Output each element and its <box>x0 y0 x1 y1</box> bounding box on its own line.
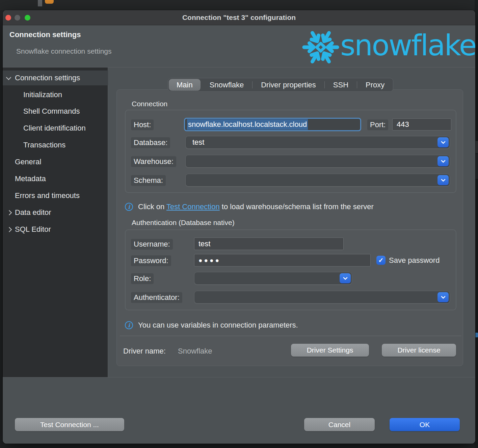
snowflake-wordmark-text: snowflake <box>340 28 475 62</box>
variables-note-text: You can use variables in connection para… <box>138 321 298 330</box>
role-combo[interactable] <box>194 272 352 285</box>
authenticator-combo[interactable] <box>194 291 450 304</box>
test-connection-link[interactable]: Test Connection <box>166 202 220 211</box>
chevron-down-icon <box>6 75 11 80</box>
window-title: Connection "test 3" configuration <box>3 13 475 22</box>
sidebar-item-transactions[interactable]: Transactions <box>3 138 108 152</box>
tab-proxy[interactable]: Proxy <box>357 78 393 91</box>
footer-divider <box>3 377 475 377</box>
role-dropdown-button[interactable] <box>340 273 351 283</box>
snowflake-logo-icon <box>300 27 341 69</box>
sidebar-item-shell-commands[interactable]: Shell Commands <box>3 104 108 119</box>
save-password-label: Save password <box>389 256 440 265</box>
save-password-checkbox[interactable]: ✓ <box>376 256 386 265</box>
driver-name-label: Driver name: <box>123 347 166 356</box>
connection-configuration-dialog: Connection "test 3" configuration Connec… <box>3 10 475 444</box>
connection-group-title: Connection <box>132 100 167 108</box>
sidebar-item-label: Errors and timeouts <box>15 191 80 200</box>
role-label: Role: <box>131 273 154 284</box>
chevron-down-icon <box>441 177 445 182</box>
database-combo[interactable]: test <box>185 136 450 149</box>
settings-sidebar: Connection settings Initialization Shell… <box>3 67 108 377</box>
tab-main[interactable]: Main <box>169 79 201 91</box>
authenticator-dropdown-button[interactable] <box>437 292 449 302</box>
sidebar-item-label: Data editor <box>15 208 51 217</box>
dialog-footer <box>3 377 475 444</box>
test-connection-button[interactable]: Test Connection ... <box>15 418 124 431</box>
schema-label: Schema: <box>131 175 166 186</box>
driver-divider <box>120 336 461 336</box>
warehouse-dropdown-button[interactable] <box>437 156 449 166</box>
driver-license-button[interactable]: Driver license <box>382 344 456 357</box>
hint-prefix: Click on <box>138 202 166 211</box>
sidebar-item-label: Connection settings <box>15 74 80 82</box>
hint-text: Click on Test Connection to load warehou… <box>138 202 374 211</box>
tab-label: Proxy <box>366 81 384 89</box>
chevron-down-icon <box>441 158 445 163</box>
sidebar-item-initialization[interactable]: Initialization <box>3 87 108 102</box>
schema-dropdown-button[interactable] <box>437 175 449 185</box>
sidebar-item-sql-editor[interactable]: SQL Editor <box>3 222 108 237</box>
sidebar-item-data-editor[interactable]: Data editor <box>3 205 108 220</box>
sidebar-item-metadata[interactable]: Metadata <box>3 171 108 186</box>
driver-license-button-label: Driver license <box>397 346 440 354</box>
database-value: test <box>192 138 204 147</box>
tab-snowflake[interactable]: Snowflake <box>201 78 253 91</box>
tab-label: Main <box>177 81 193 89</box>
tab-label: Snowflake <box>210 81 244 89</box>
port-value: 443 <box>397 120 409 129</box>
sidebar-item-label: Initialization <box>23 90 62 99</box>
password-input[interactable]: ●●●● <box>194 254 371 267</box>
host-value-selected: snowflake.localhost.localstack.cloud <box>187 119 308 130</box>
password-label: Password: <box>131 255 171 266</box>
background-scrollbar <box>38 0 42 6</box>
database-dropdown-button[interactable] <box>437 137 449 147</box>
driver-settings-button[interactable]: Driver Settings <box>291 344 369 357</box>
chevron-down-icon <box>441 294 445 299</box>
warehouse-combo[interactable] <box>185 155 450 168</box>
background-app-icon <box>45 0 54 4</box>
authenticator-label: Authenticator: <box>131 292 182 303</box>
cancel-button[interactable]: Cancel <box>304 418 375 431</box>
tab-label: Driver properties <box>261 81 316 89</box>
variables-note: i You can use variables in connection pa… <box>125 321 446 330</box>
snowflake-wordmark: snowflake <box>340 23 475 65</box>
database-label: Database: <box>131 137 170 148</box>
sidebar-item-label: Metadata <box>15 174 46 183</box>
sidebar-item-label: General <box>15 158 41 166</box>
tab-ssh[interactable]: SSH <box>325 78 357 91</box>
checkmark-icon: ✓ <box>378 256 384 264</box>
chevron-down-icon <box>343 275 347 280</box>
schema-combo[interactable] <box>185 174 450 187</box>
sidebar-item-errors-and-timeouts[interactable]: Errors and timeouts <box>3 188 108 203</box>
password-masked-value: ●●●● <box>198 257 221 264</box>
sidebar-item-label: Shell Commands <box>23 107 80 116</box>
host-label: Host: <box>131 119 154 130</box>
authentication-group-title: Authentication (Database native) <box>132 219 235 227</box>
info-icon: i <box>125 203 133 211</box>
sidebar-item-client-identification[interactable]: Client identification <box>3 121 108 136</box>
test-connection-button-label: Test Connection ... <box>40 421 99 429</box>
tab-label: SSH <box>333 81 348 89</box>
ok-button-label: OK <box>420 421 430 429</box>
info-icon: i <box>125 321 133 329</box>
port-input[interactable]: 443 <box>392 118 451 131</box>
test-connection-hint: i Click on Test Connection to load wareh… <box>125 202 446 211</box>
chevron-right-icon <box>7 210 12 215</box>
page-title: Connection settings <box>9 30 81 39</box>
sidebar-item-connection-settings[interactable]: Connection settings <box>3 71 108 85</box>
username-label: Username: <box>131 239 173 250</box>
driver-name-value: Snowflake <box>178 347 212 356</box>
page-subtitle: Snowflake connection settings <box>16 47 112 55</box>
ok-button[interactable]: OK <box>390 418 460 431</box>
chevron-right-icon <box>7 227 12 232</box>
tab-driver-properties[interactable]: Driver properties <box>253 78 324 91</box>
warehouse-label: Warehouse: <box>131 156 176 167</box>
sidebar-item-label: SQL Editor <box>15 225 51 234</box>
host-input[interactable]: snowflake.localhost.localstack.cloud <box>184 118 361 131</box>
tab-bar: Main Snowflake Driver properties SSH Pro… <box>168 78 393 92</box>
username-input[interactable]: test <box>194 237 344 250</box>
sidebar-item-general[interactable]: General <box>3 155 108 169</box>
hint-suffix: to load warehouse/schema list from the s… <box>220 202 374 211</box>
port-label: Port: <box>367 119 388 130</box>
